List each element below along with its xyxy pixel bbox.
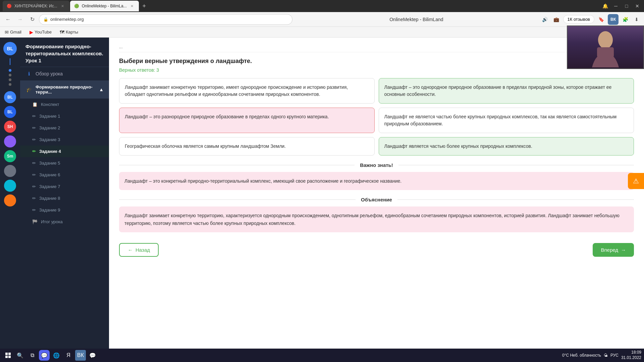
taskbar-lang: РУС (610, 353, 619, 358)
subitem-task1-label: Задание 1 (39, 114, 60, 119)
bookmark-gmail[interactable]: ✉ Gmail (3, 29, 23, 36)
important-label: Важно знать! (360, 162, 393, 168)
extensions-icon[interactable]: 🧩 (621, 15, 630, 24)
nav-current-lesson[interactable]: 🎓 Формирование природно-терри... ▲ (20, 80, 109, 99)
sidebar-icon-orange[interactable] (4, 194, 16, 206)
option-2[interactable]: Ландшафт – это однородное природное обра… (379, 78, 634, 104)
alert-button[interactable]: ⚠ (628, 173, 644, 189)
sidebar-dot-3[interactable] (9, 78, 11, 81)
yandex-icon[interactable]: Я (63, 350, 74, 361)
back-button[interactable]: ← (3, 14, 13, 25)
sidebar-icon-cyan[interactable] (4, 180, 16, 192)
browser-window: 🔴 ХИНТЕРКАЙФЕК: Ис... ✕ 🟢 OnlineMektep -… (0, 0, 644, 362)
divider-left2 (119, 199, 356, 200)
bottom-nav: ← Назад Вперед → (119, 239, 634, 261)
sidebar-icon-purple[interactable] (4, 135, 16, 147)
address-bar[interactable]: 🔒 onlinemektep.org (39, 14, 292, 25)
vk-taskbar-icon[interactable]: ВК (75, 350, 86, 361)
lesson-nav: ℹ Обзор урока 🎓 Формирование природно-те… (20, 67, 109, 362)
subitem-task7[interactable]: ✏ Задание 7 (20, 181, 109, 192)
explanation-label: Объяснение (361, 197, 392, 202)
close-tab-icon[interactable]: ✕ (60, 3, 65, 9)
sidebar-icon-gray[interactable] (4, 165, 16, 177)
url-text: onlinemektep.org (50, 17, 84, 22)
option-3[interactable]: Ландшафт – это разнородное природное обр… (119, 108, 375, 133)
divider-left (119, 165, 355, 165)
volume-icon[interactable]: 🔊 (540, 15, 550, 24)
vk-button[interactable]: ВК (608, 14, 619, 25)
taskbar: 🔍 ⧉ 💬 🌐 Я ВК 💬 0°C Неб. облачность 🌤 РУС… (0, 349, 644, 362)
subitem-task4[interactable]: ✏ Задание 4 (20, 145, 109, 157)
gmail-icon: ✉ (5, 29, 9, 35)
sidebar-icon-smart[interactable]: Sm (4, 150, 16, 162)
search-taskbar-icon[interactable]: 🔍 (15, 350, 25, 361)
task-icon: ✏ (32, 207, 36, 213)
nav-overview[interactable]: ℹ Обзор урока (20, 67, 109, 80)
toolbar-right: 🔊 💼 1К отзывов 🔖 ВК 🧩 ⬇ (540, 14, 642, 25)
task-icon-active: ✏ (32, 149, 36, 154)
minimize-button[interactable]: ─ (612, 2, 620, 10)
subitem-task2[interactable]: ✏ Задание 2 (20, 122, 109, 134)
suitcase-icon[interactable]: 💼 (552, 15, 561, 24)
important-box: Ландшафт – это конкретный природно-терри… (119, 172, 634, 190)
subitem-final[interactable]: 🏁 Итог урока (20, 216, 109, 228)
bookmark-youtube[interactable]: ▶ YouTube (28, 29, 54, 36)
tab-hinterkaifen[interactable]: 🔴 ХИНТЕРКАЙФЕК: Ис... ✕ (3, 1, 69, 11)
back-nav-button[interactable]: ← Назад (119, 243, 159, 257)
sidebar-icon-shop[interactable]: SH (4, 121, 16, 133)
subitem-task4-label: Задание 4 (39, 149, 61, 154)
new-tab-button[interactable]: + (140, 1, 149, 11)
subitem-konspekt-label: Конспект (41, 102, 59, 107)
close-button[interactable]: ✕ (633, 2, 641, 10)
subitem-task5[interactable]: ✏ Задание 5 (20, 157, 109, 169)
explanation-text: Ландшафт занимает конкретную территорию,… (124, 213, 620, 226)
forward-button[interactable]: → (15, 14, 25, 25)
notification-icon[interactable]: 🔔 (601, 2, 609, 10)
svg-rect-4 (5, 356, 8, 358)
windows-start-button[interactable] (3, 350, 13, 361)
option-3-text: Ландшафт – это разнородное природное обр… (125, 114, 329, 119)
konspekt-icon: 📋 (32, 102, 38, 107)
subitem-task1[interactable]: ✏ Задание 1 (20, 110, 109, 122)
option-5[interactable]: Географическая оболочка является самым к… (119, 137, 375, 156)
bl-logo[interactable]: BL (3, 42, 17, 55)
sidebar-icon-bl[interactable]: BL (4, 91, 16, 103)
reviews-button[interactable]: 1К отзывов (563, 15, 595, 23)
bookmark-icon[interactable]: 🔖 (596, 15, 606, 24)
close-tab-icon[interactable]: ✕ (129, 3, 135, 9)
lesson-title: Формирование природно-территориальных ко… (20, 38, 109, 67)
download-icon[interactable]: ⬇ (632, 15, 641, 24)
sidebar-dot-2[interactable] (9, 74, 11, 76)
time-display: 18:09 (621, 350, 641, 355)
flag-icon: 🏁 (32, 219, 38, 224)
tab-onlinemektep[interactable]: 🟢 OnlineMektep - BilimLa... ✕ (70, 1, 139, 11)
tabs-area: 🔴 ХИНТЕРКАЙФЕК: Ис... ✕ 🟢 OnlineMektep -… (3, 0, 149, 12)
video-content (568, 26, 643, 68)
bookmark-gmail-label: Gmail (10, 29, 21, 35)
option-4[interactable]: Ландшафт не является частью более крупны… (379, 108, 634, 133)
question-title: Выбери верные утверждения о ландшафте. (119, 58, 634, 65)
option-6[interactable]: Ландшафт является частью более крупных п… (379, 137, 634, 156)
bookmark-maps[interactable]: 🗺 Карты (58, 29, 80, 36)
reviews-label: 1К отзывов (568, 17, 590, 22)
task-view-icon[interactable]: ⧉ (27, 350, 38, 361)
sidebar-dot-4[interactable] (9, 83, 11, 86)
bookmarks-bar: ✉ Gmail ▶ YouTube 🗺 Карты (0, 27, 644, 38)
sidebar-dot-1[interactable] (9, 69, 11, 72)
chrome-icon[interactable]: 🌐 (51, 350, 62, 361)
subitem-task9[interactable]: ✏ Задание 9 (20, 204, 109, 216)
sidebar-icon-bl2[interactable]: BL (4, 106, 16, 118)
option-1[interactable]: Ландшафт занимает конкретную территорию,… (119, 78, 375, 104)
whatsapp-icon[interactable]: 💬 (87, 350, 98, 361)
video-overlay[interactable] (567, 25, 644, 69)
maximize-button[interactable]: □ (623, 2, 631, 10)
tab-label: OnlineMektep - BilimLa... (82, 4, 127, 8)
correct-count: Верных ответов: 3 (119, 67, 634, 73)
subitem-task8[interactable]: ✏ Задание 8 (20, 192, 109, 204)
discord-icon[interactable]: 💬 (39, 350, 50, 361)
forward-nav-button[interactable]: Вперед → (593, 243, 634, 257)
subitem-task3[interactable]: ✏ Задание 3 (20, 134, 109, 145)
subitem-konspekt[interactable]: 📋 Конспект (20, 99, 109, 110)
refresh-button[interactable]: ↻ (27, 14, 38, 25)
subitem-task6[interactable]: ✏ Задание 6 (20, 169, 109, 181)
